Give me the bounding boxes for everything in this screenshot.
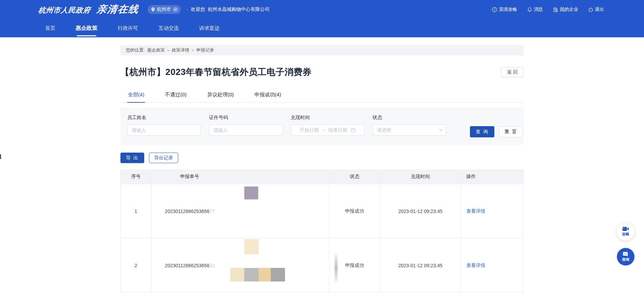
chat-icon [623, 252, 629, 257]
redaction-block [271, 268, 285, 281]
breadcrumb-item-records[interactable]: 申报记录 [196, 47, 214, 53]
column-header-redeem-time: 兑现时间 [380, 170, 461, 184]
employee-name-field: 员工姓名 [127, 115, 201, 145]
id-number-field: 证件号码 [209, 115, 283, 145]
page-title: 【杭州市】2023年春节留杭省外员工电子消费券 [120, 66, 311, 78]
calendar-icon [351, 128, 356, 133]
welcome-text: · 欢迎您 杭州水晶城购物中心有限公司 [186, 6, 269, 13]
brand-logo-text: 亲清在线 [96, 3, 139, 16]
my-company-link[interactable]: 我的企业 [553, 6, 578, 13]
records-table: 序号 申报单号 状态 兑现时间 操作 1 2023011286625365677… [120, 170, 524, 293]
nav-item-home[interactable]: 首页 [45, 19, 55, 37]
messages-link[interactable]: 消息 [527, 6, 543, 13]
company-name: 杭州水晶城购物中心有限公司 [208, 6, 269, 13]
welcome-label: 欢迎您 [191, 6, 205, 13]
header-links: ? 亲清攻略 消息 我的企业 退出 [492, 6, 604, 13]
consult-float-button[interactable]: 咨询 [617, 248, 634, 266]
guide-float-button[interactable]: 攻略 [617, 223, 634, 240]
logout-link[interactable]: 退出 [588, 6, 604, 13]
logout-link-label: 退出 [595, 6, 604, 13]
redaction-block [244, 268, 259, 281]
export-button[interactable]: 导 出 [120, 153, 144, 163]
column-header-action: 操作 [461, 170, 523, 184]
status-tabs: 全部(4) 不通过(0) 异议处理(0) 申报成功(4) [120, 88, 524, 103]
table-row: 2 2023011286625365633 申报成功 2023-01-12 09… [121, 238, 523, 293]
tab-rejected[interactable]: 不通过(0) [164, 88, 187, 102]
nav-item-interaction[interactable]: 互动交流 [158, 19, 179, 37]
breadcrumb-item-detail[interactable]: 政策详情 [172, 47, 189, 53]
welcome-dot: · [186, 6, 188, 13]
redeem-time-label: 兑现时间 [291, 115, 364, 121]
row-status: 申报成功 [329, 184, 380, 238]
tab-objection[interactable]: 异议处理(0) [207, 88, 234, 102]
row-redeem-time: 2023-01-12 09:23:45 [380, 238, 461, 293]
redeem-time-field: 兑现时间 开始日期 ~ 结束日期 [291, 115, 364, 145]
row-index: 1 [121, 184, 151, 238]
consult-float-label: 咨询 [622, 257, 629, 262]
redaction-block [244, 239, 259, 254]
building-icon [553, 7, 558, 12]
id-number-input[interactable] [209, 124, 283, 136]
location-pin-icon [151, 7, 155, 12]
chevron-down-icon [439, 129, 442, 131]
location-label: 杭州市 [157, 6, 171, 13]
breadcrumb: 您的位置: 惠企政策 > 政策详情 > 申报记录 [120, 45, 524, 55]
video-camera-icon [622, 227, 629, 231]
top-header: 杭州市人民政府 亲清在线 杭州市 · 欢迎您 杭州水晶城购物中心有限公司 ? 亲… [0, 0, 644, 19]
column-header-order-no: 申报单号 [151, 170, 329, 184]
my-company-link-label: 我的企业 [560, 6, 578, 13]
bell-icon [527, 7, 532, 12]
order-no-text: 20230112866253656 [165, 263, 209, 268]
row-redeem-time: 2023-01-12 09:23:45 [380, 184, 461, 238]
view-detail-link[interactable]: 查看详情 [466, 262, 485, 269]
column-header-status: 状态 [329, 170, 380, 184]
power-icon [588, 7, 593, 12]
guide-float-label: 攻略 [622, 232, 629, 237]
tab-all[interactable]: 全部(4) [127, 88, 145, 102]
table-header-row: 序号 申报单号 状态 兑现时间 操作 [121, 170, 523, 184]
employee-name-input[interactable] [127, 124, 201, 136]
gov-logo-text: 杭州市人民政府 [38, 5, 91, 15]
back-button[interactable]: 返 回 [501, 67, 524, 77]
row-order-no: 2023011286625365633 [151, 238, 329, 293]
screen-artifact [0, 154, 1, 159]
order-no-redacted-tail: 33 [209, 263, 215, 268]
reset-button[interactable]: 重 置 [499, 126, 523, 137]
search-button[interactable]: 查 询 [470, 126, 494, 137]
nav-item-policy[interactable]: 惠企政策 [76, 19, 97, 37]
status-field: 状态 请选择 [373, 115, 446, 145]
status-select[interactable]: 请选择 [373, 124, 446, 136]
redaction-smudge [335, 253, 338, 282]
date-separator: ~ [322, 128, 325, 133]
redaction-block [230, 268, 244, 281]
breadcrumb-prefix: 您的位置: [126, 47, 145, 53]
guide-link-label: 亲清攻略 [499, 6, 517, 13]
site-logo: 杭州市人民政府 亲清在线 [38, 3, 139, 16]
date-range-input[interactable]: 开始日期 ~ 结束日期 [291, 124, 364, 136]
breadcrumb-separator: > [167, 48, 169, 52]
view-detail-link[interactable]: 查看详情 [466, 208, 485, 214]
row-order-no: 2023011286625365677 [151, 184, 329, 238]
svg-text:?: ? [494, 8, 495, 11]
column-header-index: 序号 [121, 170, 151, 184]
nav-item-licensing[interactable]: 行政许可 [118, 19, 138, 37]
guide-link[interactable]: ? 亲清攻略 [492, 6, 517, 13]
location-selector[interactable]: 杭州市 [148, 5, 181, 14]
tab-success[interactable]: 申报成功(4) [254, 88, 282, 102]
redaction-block [244, 187, 258, 199]
question-circle-icon: ? [492, 7, 497, 12]
table-row: 1 2023011286625365677 申报成功 2023-01-12 09… [121, 184, 523, 238]
id-number-label: 证件号码 [209, 115, 283, 121]
export-records-button[interactable]: 导出记录 [149, 153, 178, 163]
nav-item-appeal[interactable]: 诉求直达 [199, 19, 220, 37]
redaction-block [259, 268, 271, 281]
filter-panel: 员工姓名 证件号码 兑现时间 开始日期 ~ 结束日期 状态 请选择 [120, 108, 524, 145]
breadcrumb-separator: > [192, 48, 194, 52]
status-label: 状态 [373, 115, 446, 121]
breadcrumb-item-policy[interactable]: 惠企政策 [147, 47, 165, 53]
status-placeholder: 请选择 [377, 127, 391, 133]
row-index: 2 [121, 238, 151, 293]
chevron-down-icon [173, 7, 178, 12]
order-no-redacted-tail: 77 [209, 209, 215, 214]
messages-link-label: 消息 [534, 6, 543, 13]
